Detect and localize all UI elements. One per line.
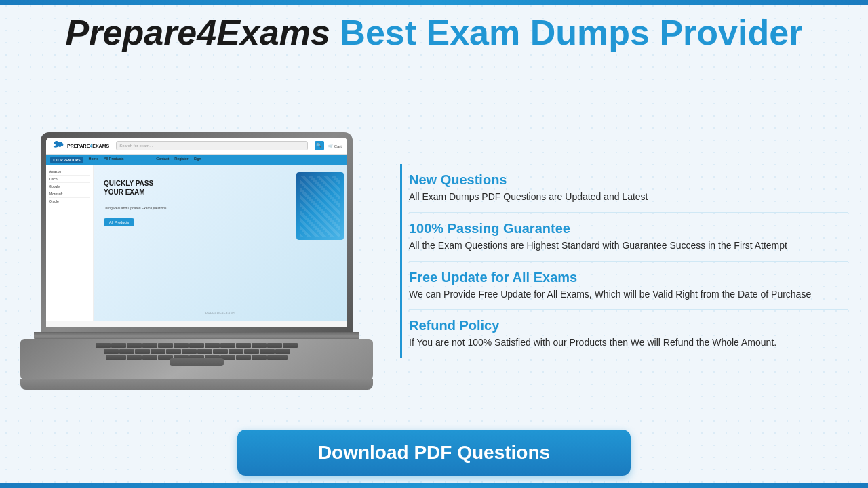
feature-1-title: New Questions: [409, 172, 848, 188]
main-content: PREPARE4EXAMS Search for exam... 🔍 🛒 Car…: [20, 88, 848, 434]
key: [213, 349, 228, 354]
laptop-keyboard: [20, 339, 373, 380]
keyboard-row-2: [27, 349, 366, 354]
key: [142, 355, 157, 360]
sidebar-google: Google: [49, 183, 90, 190]
logo-bird-icon: [52, 140, 65, 151]
laptop-bottom: [20, 379, 373, 390]
feature-4-title: Refund Policy: [409, 318, 848, 333]
top-accent-bar: [0, 0, 868, 5]
title-blue: Best Exam Dumps Provider: [340, 13, 802, 52]
key: [119, 349, 134, 354]
keyboard-row-1: [27, 343, 366, 348]
search-placeholder: Search for exam...: [119, 144, 153, 148]
laptop-screen-outer: PREPARE4EXAMS Search for exam... 🔍 🛒 Car…: [41, 132, 353, 332]
website-mockup: PREPARE4EXAMS Search for exam... 🔍 🛒 Car…: [46, 138, 347, 327]
key: [182, 349, 197, 354]
nav-guarantee: Guarantee: [130, 157, 151, 163]
feature-2-desc: All the Exam Questions are Highest Stand…: [409, 239, 848, 253]
key: [252, 355, 267, 360]
title-black: Prepare4Exams: [66, 13, 330, 52]
download-btn-container: Download PDF Questions: [237, 430, 631, 476]
key: [283, 343, 298, 348]
touchpad: [170, 358, 224, 366]
key: [158, 343, 173, 348]
nav-links: Home All Products Guarantee Contact Regi…: [89, 157, 201, 163]
key: [151, 349, 165, 354]
key: [220, 343, 235, 348]
key: [197, 349, 212, 354]
key: [275, 349, 290, 354]
sidebar-mock: Amazon Cisco Google Microsoft Oracle: [46, 165, 94, 321]
feature-passing-guarantee: 100% Passing Guarantee All the Exam Ques…: [409, 213, 848, 262]
nav-register: Register: [174, 157, 188, 163]
feature-1-desc: All Exam Dumps PDF Questions are Updated…: [409, 190, 848, 204]
nav-contact: Contact: [156, 157, 169, 163]
key: [127, 343, 142, 348]
nav-menu-btn: ≡ TOP VENDORS: [50, 157, 83, 163]
key: [260, 349, 275, 354]
feature-4-desc: If You are not 100% Satisfied with our P…: [409, 336, 848, 350]
key: [205, 343, 220, 348]
key: [96, 343, 111, 348]
nav-sign: Sign: [194, 157, 201, 163]
cart-mock: 🛒 Cart: [328, 144, 342, 148]
product-pattern: [300, 176, 340, 237]
key: [106, 355, 126, 360]
nav-home: Home: [89, 157, 99, 163]
sidebar-cisco: Cisco: [49, 176, 90, 183]
laptop-wrapper: PREPARE4EXAMS Search for exam... 🔍 🛒 Car…: [20, 132, 373, 390]
key: [267, 343, 282, 348]
website-logo: PREPARE4EXAMS: [52, 140, 109, 151]
key: [252, 343, 267, 348]
feature-3-desc: We can Provide Free Update for All Exams…: [409, 288, 848, 302]
sidebar-amazon: Amazon: [49, 168, 90, 176]
key: [127, 355, 142, 360]
website-nav: ≡ TOP VENDORS Home All Products Guarante…: [46, 155, 347, 165]
laptop-base: [20, 332, 373, 390]
website-body: Amazon Cisco Google Microsoft Oracle QUI…: [46, 165, 347, 321]
promo-sub: Using Real and Updated Exam Questions: [104, 206, 167, 210]
key: [174, 343, 189, 348]
promo-text: QUICKLY PASSYOUR EXAM: [104, 179, 153, 197]
sidebar-microsoft: Microsoft: [49, 190, 90, 198]
product-image-mock: [296, 172, 344, 240]
key: [244, 349, 259, 354]
key: [166, 349, 181, 354]
features-section: New Questions All Exam Dumps PDF Questio…: [400, 164, 848, 357]
feature-2-title: 100% Passing Guarantee: [409, 221, 848, 237]
key: [142, 343, 157, 348]
key: [135, 349, 150, 354]
sidebar-oracle: Oracle: [49, 198, 90, 205]
main-title: Prepare4Exams Best Exam Dumps Provider: [0, 14, 868, 52]
main-mock: QUICKLY PASSYOUR EXAM Using Real and Upd…: [94, 165, 347, 321]
key: [111, 343, 126, 348]
bottom-accent-bar: [0, 483, 868, 488]
search-button-mock: 🔍: [315, 141, 324, 150]
feature-free-update: Free Update for All Exams We can Provide…: [409, 262, 848, 310]
watermark-text: PREPARE4EXAMS: [205, 311, 235, 315]
feature-new-questions: New Questions All Exam Dumps PDF Questio…: [409, 164, 848, 213]
key: [189, 343, 204, 348]
download-pdf-button[interactable]: Download PDF Questions: [237, 430, 631, 476]
key: [267, 355, 288, 360]
laptop-screen-inner: PREPARE4EXAMS Search for exam... 🔍 🛒 Car…: [46, 138, 347, 327]
page-header: Prepare4Exams Best Exam Dumps Provider: [0, 14, 868, 52]
all-products-btn-mock: All Products: [104, 218, 134, 226]
feature-3-title: Free Update for All Exams: [409, 270, 848, 285]
logo-text: PREPARE4EXAMS: [67, 144, 109, 148]
key: [236, 355, 251, 360]
laptop-illustration: PREPARE4EXAMS Search for exam... 🔍 🛒 Car…: [20, 132, 373, 390]
key: [104, 349, 119, 354]
nav-all-products: All Products: [104, 157, 123, 163]
key: [236, 343, 251, 348]
feature-refund-policy: Refund Policy If You are not 100% Satisf…: [409, 310, 848, 358]
search-bar-mock: Search for exam...: [116, 141, 308, 150]
key: [229, 349, 243, 354]
website-header: PREPARE4EXAMS Search for exam... 🔍 🛒 Car…: [46, 138, 347, 155]
